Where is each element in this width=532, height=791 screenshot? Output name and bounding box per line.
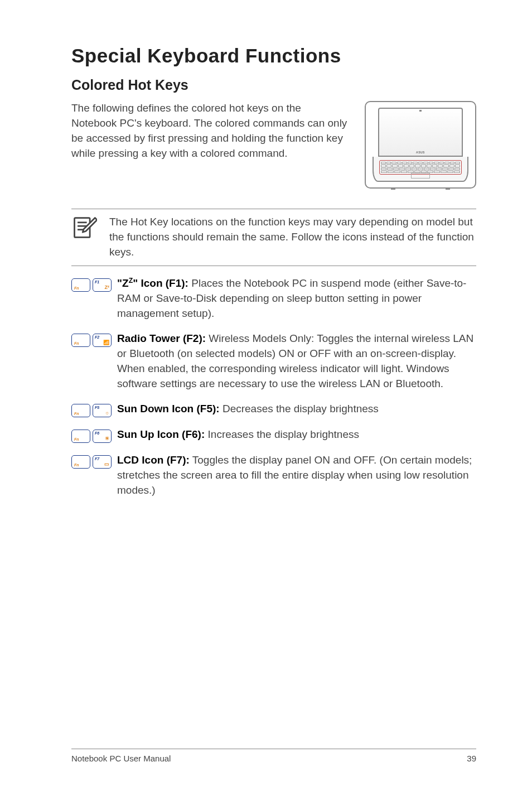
key-combo: FnF6☀ bbox=[71, 430, 112, 443]
fn-key-icon: Fn bbox=[71, 430, 90, 443]
function-key-glyph-icon: 📶 bbox=[103, 340, 109, 345]
divider bbox=[71, 266, 476, 266]
hotkey-item: FnF5☼Sun Down Icon (F5): Decreases the d… bbox=[71, 402, 476, 417]
page-number: 39 bbox=[467, 754, 476, 763]
note-icon bbox=[71, 215, 97, 240]
fn-key-icon: Fn bbox=[71, 404, 90, 417]
function-key-label: F2 bbox=[95, 335, 99, 339]
hotkey-item: FnF2📶Radio Tower (F2): Wireless Models O… bbox=[71, 331, 476, 392]
function-key-icon: F5☼ bbox=[93, 404, 112, 417]
fn-key-label: Fn bbox=[74, 286, 79, 290]
function-key-icon: F2📶 bbox=[93, 334, 112, 347]
hotkey-desc-text: Increases the display brightness bbox=[205, 428, 359, 440]
section-heading: Colored Hot Keys bbox=[71, 77, 476, 93]
function-key-glyph-icon: ▭ bbox=[104, 461, 109, 467]
function-key-label: F5 bbox=[95, 406, 99, 409]
footer-manual-title: Notebook PC User Manual bbox=[71, 754, 171, 763]
hotkey-item: FnF7▭LCD Icon (F7): Toggles the display … bbox=[71, 453, 476, 498]
laptop-brand-label: ASUS bbox=[416, 151, 425, 154]
function-key-glyph-icon: ☀ bbox=[105, 436, 109, 441]
hotkey-name: Radio Tower (F2): bbox=[117, 332, 206, 344]
hotkey-description: LCD Icon (F7): Toggles the display panel… bbox=[117, 453, 476, 498]
fn-key-icon: Fn bbox=[71, 334, 90, 347]
hotkey-name: Sun Up Icon (F6): bbox=[117, 428, 205, 440]
fn-key-label: Fn bbox=[74, 463, 79, 467]
function-key-glyph-icon: Zᶻ bbox=[105, 284, 110, 290]
fn-key-label: Fn bbox=[74, 437, 79, 441]
hotkey-description: Sun Down Icon (F5): Decreases the displa… bbox=[117, 402, 476, 417]
page-title: Special Keyboard Functions bbox=[71, 45, 476, 67]
fn-key-icon: Fn bbox=[71, 278, 90, 292]
hotkey-name: Sun Down Icon (F5): bbox=[117, 403, 220, 414]
key-combo: FnF7▭ bbox=[71, 455, 112, 469]
key-combo: FnF2📶 bbox=[71, 334, 112, 347]
fn-key-icon: Fn bbox=[71, 455, 90, 469]
hotkey-desc-text: Decreases the display brightness bbox=[220, 403, 379, 414]
function-key-glyph-icon: ☼ bbox=[105, 410, 109, 416]
function-key-icon: F6☀ bbox=[93, 430, 112, 443]
hotkey-item: FnF1Zᶻ"ZZ" Icon (F1): Places the Noteboo… bbox=[71, 276, 476, 321]
divider bbox=[71, 209, 476, 209]
note-text: The Hot Key locations on the function ke… bbox=[109, 215, 476, 260]
key-combo: FnF1Zᶻ bbox=[71, 278, 112, 292]
function-key-icon: F1Zᶻ bbox=[93, 278, 112, 292]
hotkey-name: "ZZ" Icon (F1): bbox=[117, 277, 188, 289]
hotkey-description: Sun Up Icon (F6): Increases the display … bbox=[117, 427, 476, 442]
hotkey-description: "ZZ" Icon (F1): Places the Notebook PC i… bbox=[117, 276, 476, 321]
key-combo: FnF5☼ bbox=[71, 404, 112, 417]
function-key-label: F7 bbox=[95, 457, 99, 461]
hotkey-name: LCD Icon (F7): bbox=[117, 454, 190, 466]
fn-key-label: Fn bbox=[74, 341, 79, 345]
fn-key-label: Fn bbox=[74, 412, 79, 416]
hotkey-item: FnF6☀Sun Up Icon (F6): Increases the dis… bbox=[71, 427, 476, 443]
function-key-label: F6 bbox=[95, 431, 99, 435]
function-key-icon: F7▭ bbox=[93, 455, 112, 469]
laptop-diagram: ASUS bbox=[365, 101, 476, 189]
intro-paragraph: The following defines the colored hot ke… bbox=[71, 101, 349, 161]
function-key-label: F1 bbox=[95, 280, 99, 284]
hotkey-description: Radio Tower (F2): Wireless Models Only: … bbox=[117, 331, 476, 392]
